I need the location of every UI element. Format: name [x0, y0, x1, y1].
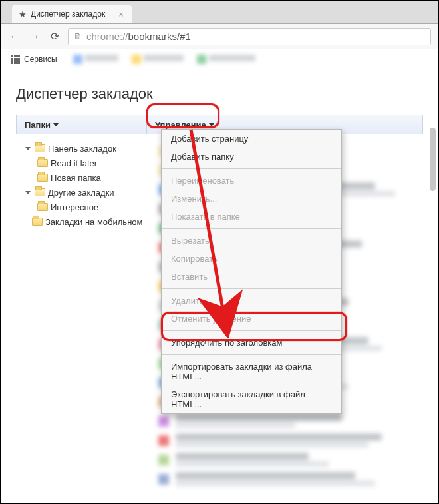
chevron-down-icon	[209, 123, 214, 126]
tree-item-read-later[interactable]: Read it later	[20, 156, 146, 170]
menu-item-edit: Изменить...	[162, 190, 341, 208]
toolbar: ← → ⟳ 🗎 chrome://bookmarks/#1	[1, 24, 438, 49]
folder-icon	[37, 203, 48, 211]
menu-separator	[162, 168, 341, 169]
tree-label: Интересное	[51, 202, 98, 212]
tree-label: Закладки на мобильном	[45, 217, 142, 227]
back-button: ←	[8, 31, 21, 43]
menu-item-show-in-folder: Показать в папке	[162, 208, 341, 226]
tab-bar: ★ Диспетчер закладок ×	[1, 1, 438, 24]
menu-item-import-html[interactable]: Импортировать закладки из файла HTML...	[162, 358, 341, 385]
menu-item-paste: Вставить	[162, 268, 341, 286]
menu-item-add-page[interactable]: Добавить страницу	[162, 130, 341, 148]
folder-tree: Панель закладок Read it later Новая папк…	[16, 134, 146, 362]
tree-item-bookmarks-panel[interactable]: Панель закладок	[20, 141, 146, 156]
url-prefix: chrome://	[86, 31, 128, 42]
page-title: Диспетчер закладок	[16, 85, 423, 103]
chevron-down-icon[interactable]	[25, 191, 31, 194]
menu-item-copy: Копировать	[162, 250, 341, 268]
tree-item-new-folder[interactable]: Новая папка	[20, 170, 146, 185]
url-bar[interactable]: 🗎 chrome://bookmarks/#1	[68, 28, 431, 45]
menu-item-undo-delete: Отменить удаление	[162, 310, 341, 328]
list-item[interactable]	[158, 431, 411, 450]
folder-icon	[35, 144, 45, 152]
list-item[interactable]	[158, 411, 411, 431]
menu-separator	[162, 288, 341, 289]
apps-icon[interactable]	[11, 55, 20, 64]
folder-icon	[37, 174, 48, 182]
url-path: bookmarks/#1	[128, 31, 191, 42]
star-icon: ★	[19, 9, 27, 19]
list-item[interactable]	[158, 450, 411, 469]
tree-label: Read it later	[51, 158, 97, 168]
folder-icon	[37, 159, 48, 167]
tree-item-interesting[interactable]: Интересное	[20, 200, 146, 214]
folders-header[interactable]: Папки	[17, 115, 147, 134]
menu-item-cut: Вырезать	[162, 232, 341, 250]
bookmarks-bar: Сервисы	[1, 49, 438, 69]
close-icon[interactable]: ×	[118, 9, 124, 19]
tree-label: Новая папка	[51, 173, 101, 183]
manage-dropdown-menu: Добавить страницу Добавить папку Переиме…	[161, 129, 342, 414]
folder-icon	[32, 218, 43, 226]
chevron-down-icon[interactable]	[25, 147, 31, 150]
forward-button: →	[28, 31, 41, 43]
folders-label: Папки	[25, 120, 51, 130]
manage-label: Управление	[155, 120, 206, 130]
tree-item-other-bookmarks[interactable]: Другие закладки	[20, 185, 146, 200]
menu-separator	[162, 330, 341, 331]
file-icon: 🗎	[74, 31, 82, 41]
reload-button[interactable]: ⟳	[48, 30, 61, 43]
apps-label[interactable]: Сервисы	[24, 55, 57, 64]
tree-label: Другие закладки	[48, 188, 114, 198]
menu-item-export-html[interactable]: Экспортировать закладки в файл HTML...	[162, 385, 341, 413]
menu-separator	[162, 354, 341, 355]
menu-item-rename: Переименовать	[162, 172, 341, 190]
scrollbar-thumb[interactable]	[430, 128, 436, 191]
menu-item-delete: Удалить	[162, 292, 341, 310]
tab-title: Диспетчер закладок	[31, 9, 105, 19]
menu-item-sort-by-title[interactable]: Упорядочить по заголовкам	[162, 334, 341, 352]
folder-icon	[35, 188, 45, 196]
tree-item-mobile-bookmarks[interactable]: Закладки на мобильном	[20, 214, 146, 229]
menu-item-add-folder[interactable]: Добавить папку	[162, 148, 341, 166]
list-item[interactable]	[158, 469, 411, 489]
tree-label: Панель закладок	[48, 144, 116, 154]
browser-tab[interactable]: ★ Диспетчер закладок ×	[12, 5, 132, 23]
chevron-down-icon	[53, 123, 59, 126]
menu-separator	[162, 228, 341, 229]
